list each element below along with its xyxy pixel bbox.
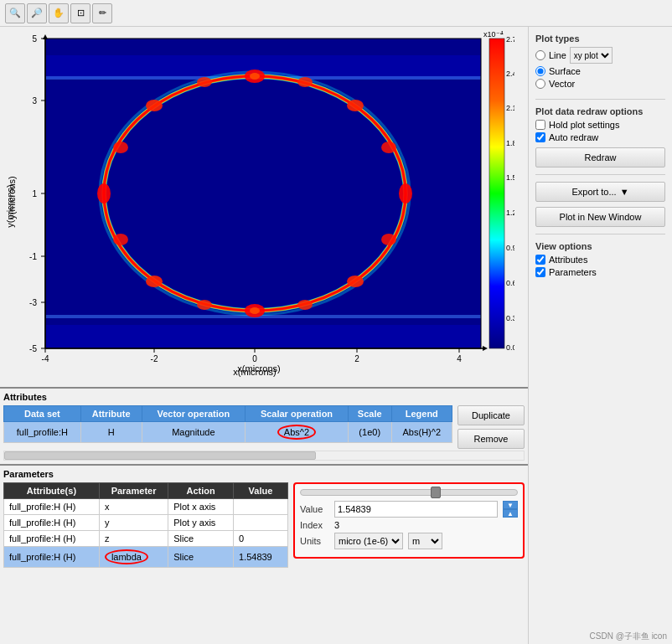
attributes-buttons: Duplicate Remove [457, 405, 525, 449]
zoom-out-button[interactable]: 🔎 [27, 3, 47, 23]
view-checkboxes: Attributes Parameters [535, 255, 665, 277]
svg-point-3 [250, 307, 260, 314]
pcol-value: Value [233, 483, 287, 499]
cell-vector-op: Magnitude [142, 422, 246, 443]
pcol-attribute: Attribute(s) [4, 483, 100, 499]
band-bottom [45, 325, 481, 348]
plot-types-title: Plot types [535, 33, 665, 44]
vector-radio-item: Vector [535, 79, 665, 89]
duplicate-button[interactable]: Duplicate [457, 405, 525, 425]
hold-settings-item: Hold plot settings [535, 120, 665, 130]
cell-legend: Abs(H)^2 [391, 422, 452, 443]
vector-radio[interactable] [535, 79, 545, 89]
pparam-3: lambda [99, 547, 168, 568]
plot-container: y(microns) x(microns) [0, 27, 528, 387]
x-tick-label-2: 0 [252, 354, 257, 363]
value-down-button[interactable]: ▲ [503, 509, 518, 518]
h-scrollbar[interactable] [3, 451, 525, 461]
svg-point-7 [146, 100, 163, 111]
right-panel: Plot types Line xy plot Surface [528, 27, 672, 644]
surface-label: Surface [549, 66, 581, 76]
y-tick-label-3: -1 [29, 252, 37, 261]
pattr-0: full_profile:H (H) [4, 499, 100, 515]
pvalue-0 [233, 499, 287, 515]
attributes-checkbox[interactable] [535, 255, 545, 265]
watermark: CSDN @子非鱼 icon [590, 631, 667, 642]
plot-types-section: Plot types Line xy plot Surface [535, 33, 665, 92]
units2-select[interactable]: m nm um mm [408, 533, 442, 549]
param-row-2[interactable]: full_profile:H (H) z Slice 0 [4, 531, 288, 547]
hold-settings-checkbox[interactable] [535, 120, 545, 130]
up-down-buttons: ▼ ▲ [503, 501, 518, 518]
value-row: Value ▼ ▲ [300, 501, 518, 518]
auto-redraw-item: Auto redraw [535, 132, 665, 142]
svg-point-17 [197, 300, 212, 310]
vector-label: Vector [549, 79, 575, 89]
plot-type-radio-group: Line xy plot Surface Vector [535, 47, 665, 89]
value-input[interactable] [334, 501, 498, 518]
table-row[interactable]: full_profile:H H Magnitude Abs^2 (1e0) A… [4, 422, 452, 443]
y-tick-label-4: -3 [29, 298, 37, 307]
param-row-1[interactable]: full_profile:H (H) y Plot y axis [4, 515, 288, 531]
reset-button[interactable]: ⊡ [70, 3, 90, 23]
svg-point-8 [347, 276, 364, 287]
attributes-view-label: Attributes [549, 255, 587, 265]
cell-attribute: H [80, 422, 142, 443]
redraw-options-title: Plot data redraw options [535, 106, 665, 116]
units-select[interactable]: micro (1e-6) nano (1e-9) milli (1e-3) no… [334, 533, 403, 549]
pvalue-3: 1.54839 [233, 547, 287, 568]
y-tick-label-1: 3 [32, 96, 37, 106]
pparam-0: x [99, 499, 168, 515]
xy-dropdown: xy plot [570, 47, 613, 64]
slider-area: Value ▼ ▲ Index 3 [293, 482, 525, 559]
paction-2: Slice [168, 531, 234, 547]
cb-exponent: x10⁻⁴ [483, 30, 504, 39]
col-scale: Scale [348, 406, 391, 422]
params-table-area: Attribute(s) Parameter Action Value full… [3, 482, 288, 568]
line-radio[interactable] [535, 50, 545, 60]
slider-track[interactable] [300, 489, 518, 496]
export-button[interactable]: Export to... ▼ [535, 182, 665, 202]
svg-point-16 [297, 300, 313, 310]
remove-button[interactable]: Remove [457, 429, 525, 449]
parameters-checkbox[interactable] [535, 267, 545, 277]
pan-button[interactable]: ✋ [49, 3, 69, 23]
export-dropdown-icon: ▼ [620, 187, 629, 197]
plot-new-window-button[interactable]: Plot in New Window [535, 207, 665, 227]
xy-plot-select[interactable]: xy plot [570, 47, 613, 64]
x-axis-arrow [483, 346, 488, 351]
surface-radio[interactable] [535, 66, 545, 76]
export-label: Export to... [571, 187, 616, 197]
edit-button[interactable]: ✏ [92, 3, 112, 23]
colorbar [489, 39, 504, 348]
svg-point-6 [347, 100, 364, 111]
attributes-title: Attributes [3, 392, 525, 402]
x-tick-label-0: -4 [42, 354, 49, 363]
svg-point-10 [381, 142, 396, 153]
attributes-checkbox-item: Attributes [535, 255, 665, 265]
units-row: Units micro (1e-6) nano (1e-9) milli (1e… [300, 533, 518, 549]
x-axis-text: x(microns) [233, 367, 276, 377]
cb-label-2: 2.1 [506, 104, 514, 112]
auto-redraw-checkbox[interactable] [535, 132, 545, 142]
scrollbar-thumb[interactable] [4, 451, 316, 460]
index-value: 3 [334, 520, 339, 530]
cell-scalar-op: Abs^2 [246, 422, 349, 443]
y-axis-text: y(microns) [7, 176, 17, 219]
paction-1: Plot y axis [168, 515, 234, 531]
divider-3 [535, 234, 665, 234]
redraw-button[interactable]: Redraw [535, 147, 665, 167]
value-up-button[interactable]: ▼ [503, 501, 518, 509]
param-row-0[interactable]: full_profile:H (H) x Plot x axis [4, 499, 288, 515]
pparam-2: z [99, 531, 168, 547]
svg-point-4 [399, 183, 412, 204]
col-legend: Legend [391, 406, 452, 422]
pcol-action: Action [168, 483, 234, 499]
param-row-3[interactable]: full_profile:H (H) lambda Slice 1.54839 [4, 547, 288, 568]
view-options-section: View options Attributes Parameters [535, 241, 665, 277]
col-vector-op: Vector operation [142, 406, 246, 422]
pparam-1: y [99, 515, 168, 531]
slider-thumb[interactable] [431, 487, 441, 498]
zoom-in-button[interactable]: 🔍 [5, 3, 25, 23]
cb-label-4: 1.5 [506, 173, 514, 182]
